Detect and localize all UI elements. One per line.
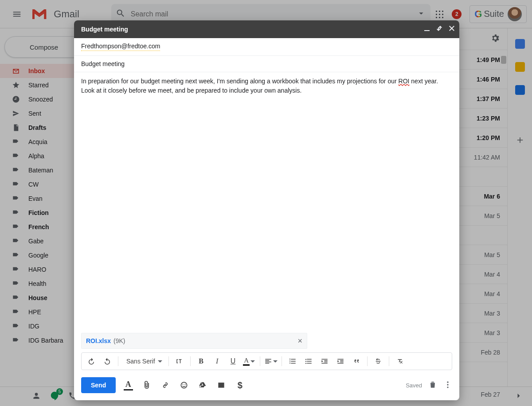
clear-formatting-icon[interactable] — [393, 354, 407, 368]
sidebar-item-label: IDG Barbara — [28, 337, 63, 344]
sidebar-item-label: Inbox — [28, 67, 45, 74]
calendar-icon[interactable] — [515, 39, 525, 49]
send-button[interactable]: Send — [81, 377, 116, 393]
sidebar-item-label: IDG — [28, 323, 39, 330]
svg-point-3 — [447, 381, 448, 383]
main-menu-button[interactable] — [7, 4, 27, 24]
insert-drive-icon[interactable] — [196, 379, 209, 391]
formatting-toggle-icon[interactable]: A — [122, 379, 134, 391]
gsuite-badge[interactable]: G Suite — [469, 5, 527, 23]
discard-draft-icon[interactable] — [428, 380, 437, 390]
row-time: Mar 6 — [468, 193, 500, 200]
compose-window: Budget meeting Fredthompson@fredtoe.com … — [74, 20, 459, 400]
indent-less-icon[interactable] — [317, 354, 332, 368]
more-options-icon[interactable] — [443, 380, 452, 390]
gsuite-label: Suite — [484, 9, 504, 19]
sidebar-item-label: Fiction — [28, 209, 49, 216]
insert-photo-icon[interactable] — [215, 379, 227, 391]
insert-link-icon[interactable] — [159, 379, 172, 391]
sidebar-item-label: Google — [28, 252, 48, 259]
search-icon — [116, 8, 125, 20]
bold-icon[interactable]: B — [194, 354, 208, 368]
tasks-icon[interactable] — [515, 85, 525, 95]
notifications-badge[interactable]: 2 — [452, 9, 462, 19]
search-options-icon[interactable] — [416, 8, 426, 20]
sidebar-item-label: French — [28, 223, 49, 230]
row-time: 11:42 AM — [468, 154, 500, 161]
row-time: Mar 3 — [468, 329, 500, 336]
body-spellcheck-word: ROI — [399, 78, 410, 85]
redo-icon[interactable] — [100, 354, 114, 368]
align-icon[interactable] — [264, 354, 278, 368]
underline-icon[interactable]: U — [226, 354, 240, 368]
undo-icon[interactable] — [84, 354, 98, 368]
subject-field[interactable]: Budget meeting — [74, 56, 459, 72]
send-row: Send A $ Saved — [74, 374, 459, 400]
formatting-toolbar: Sans Serif B I U A — [81, 352, 452, 370]
attachment-size: (9K) — [113, 337, 125, 344]
attach-icon[interactable] — [141, 379, 153, 391]
confidential-mode-icon[interactable]: $ — [234, 379, 246, 391]
row-time: 1:46 PM — [468, 76, 500, 83]
folder-icon — [12, 251, 20, 259]
contacts-icon[interactable] — [32, 391, 41, 402]
hangouts-icon[interactable]: 5 — [50, 391, 59, 402]
account-avatar[interactable] — [508, 7, 522, 21]
message-body[interactable]: In preparation for our budget meeting ne… — [74, 72, 459, 333]
text-color-icon[interactable]: A — [242, 354, 256, 368]
google-apps-icon[interactable] — [435, 10, 444, 19]
row-time: Mar 5 — [468, 212, 500, 219]
sidebar-item-label: Health — [28, 280, 46, 287]
expand-panel-icon[interactable] — [514, 391, 523, 402]
folder-icon — [12, 138, 20, 146]
folder-icon — [12, 109, 20, 117]
compose-header[interactable]: Budget meeting — [74, 20, 459, 38]
italic-icon[interactable]: I — [210, 354, 224, 368]
insert-emoji-icon[interactable] — [178, 379, 190, 391]
quote-icon[interactable] — [349, 354, 364, 368]
folder-icon — [12, 237, 20, 245]
settings-icon[interactable] — [490, 33, 500, 45]
sidebar-item-label: HPE — [28, 308, 41, 316]
popout-icon[interactable] — [436, 25, 442, 33]
sidebar-item-label: Bateman — [28, 167, 53, 174]
folder-icon — [12, 322, 20, 330]
folder-icon — [12, 336, 20, 344]
recipient-chip[interactable]: Fredthompson@fredtoe.com — [81, 43, 160, 51]
saved-label: Saved — [406, 382, 422, 389]
font-size-icon[interactable] — [172, 354, 187, 368]
close-icon[interactable] — [449, 25, 455, 33]
right-side-panel: ＋ — [507, 28, 532, 386]
hangouts-count: 5 — [56, 388, 63, 395]
row-time: Mar 4 — [468, 271, 500, 278]
font-family-select[interactable]: Sans Serif — [122, 358, 165, 365]
scrollbar-thumb[interactable] — [501, 56, 506, 64]
svg-point-4 — [447, 384, 448, 385]
folder-icon — [12, 124, 20, 132]
bulleted-list-icon[interactable] — [301, 354, 316, 368]
chevron-down-icon — [158, 358, 162, 365]
remove-attachment-icon[interactable]: × — [297, 336, 302, 346]
gsuite-g: G — [474, 8, 482, 20]
svg-point-5 — [447, 386, 448, 388]
sidebar-item-label: CW — [28, 181, 39, 188]
folder-icon — [12, 209, 20, 217]
app-name: Gmail — [54, 8, 79, 20]
svg-point-0 — [181, 382, 187, 388]
sidebar-item-label: Sent — [28, 110, 41, 117]
keep-icon[interactable] — [515, 62, 525, 72]
to-field[interactable]: Fredthompson@fredtoe.com — [74, 38, 459, 56]
indent-more-icon[interactable] — [333, 354, 348, 368]
numbered-list-icon[interactable] — [286, 354, 300, 368]
addons-plus-icon[interactable]: ＋ — [515, 135, 525, 144]
compose-label: Compose — [30, 43, 58, 51]
sidebar-item-label: Starred — [28, 82, 49, 89]
minimize-icon[interactable] — [424, 25, 430, 33]
folder-icon — [12, 265, 20, 273]
folder-icon — [12, 223, 20, 231]
attachment-chip[interactable]: ROI.xlsx (9K) × — [81, 333, 307, 349]
svg-point-2 — [185, 384, 186, 385]
folder-icon — [12, 95, 20, 103]
strikethrough-icon[interactable] — [371, 354, 385, 368]
search-input[interactable] — [131, 10, 411, 18]
